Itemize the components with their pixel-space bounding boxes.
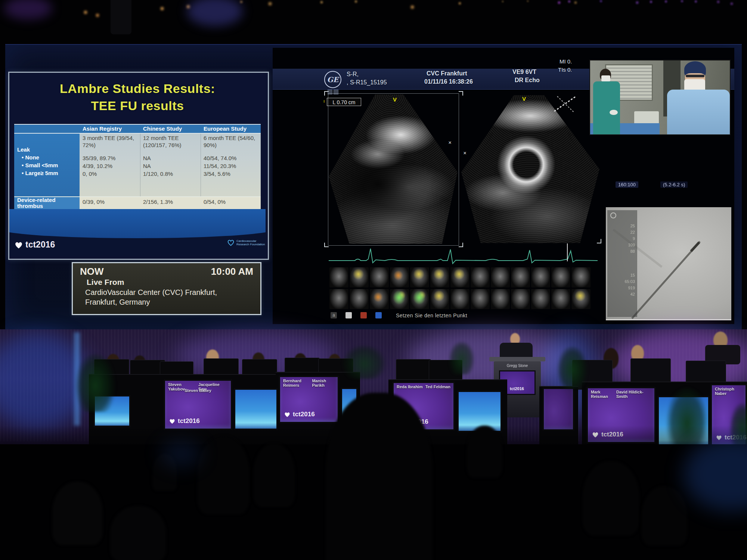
slide-title-line2: TEE FU results (11, 99, 264, 113)
cell-timing-chinese: 12 month TEE (120/157, 76%) (143, 134, 198, 149)
echo-thumbnail (450, 289, 469, 309)
fluoro-reading: 15 (624, 272, 635, 279)
cell-timing-european: 6 month TEE (54/60, 90%) (204, 134, 259, 149)
echo-probe: VE9 6VT (512, 69, 536, 75)
panelist-name: Reda Ibrahim (397, 385, 423, 389)
echo-thumbnail (450, 267, 469, 287)
echo-thumbnail (390, 267, 409, 287)
tct-heart-icon (169, 418, 176, 424)
audience-head-silhouette (253, 444, 295, 507)
tct-logo-text: tct2016 (178, 417, 200, 425)
surgeon1-scrubs (593, 81, 620, 134)
fluoro-readings-top: 2522910988 (628, 223, 635, 255)
now-label: NOW (80, 266, 104, 277)
audience-head-silhouette (467, 426, 502, 478)
echo-thumbnail (471, 267, 490, 287)
cell-small-european: 11/54, 20.3% (204, 162, 236, 169)
row-label-leak: Leak (17, 146, 30, 153)
echo-thumbnail (430, 267, 449, 287)
echo-thumbnail (511, 289, 530, 309)
desk-screen-names: Bernhard Reimers Manish Parikh tct2016 (279, 376, 339, 423)
corner-bracket (324, 243, 329, 247)
corner-bracket (324, 91, 329, 96)
col-header-asian: Asian Registry (83, 125, 122, 132)
fluoro-reading: 919 (624, 285, 635, 291)
cell-small-asian: 4/39, 10.2% (83, 162, 112, 169)
echo-thumbnail (390, 289, 409, 309)
col-header-chinese: Chinese Study (143, 125, 182, 132)
tct-heart-icon (284, 411, 291, 417)
corner-bracket (597, 239, 601, 243)
echo-thumbnail (370, 267, 389, 287)
fluoro-reading: 109 (628, 242, 635, 248)
cell-thrombus-asian: 0/39, 0% (83, 198, 105, 205)
crf-logo-text: Cardiovascular Research Foundation (236, 239, 265, 246)
row-label-thrombus-1: Device-related (17, 197, 56, 203)
echo-thumbnail (531, 267, 550, 287)
ge-logo: GE (324, 71, 341, 88)
row-label-small: Small <5mm (22, 162, 58, 168)
fluoro-reading: 25 (628, 223, 635, 229)
tee-probe-icon (552, 93, 579, 115)
nameplate-row: Mark Reisman David Hildick-Smith (588, 388, 654, 400)
panelist-name: Steven Bailey (165, 388, 231, 393)
panelist-name: Christoph Naber (715, 387, 743, 396)
audience-head-silhouette (110, 506, 166, 560)
tct-logo-text: tct2016 (25, 240, 55, 250)
fluoro-reading: 88 (628, 248, 635, 255)
tct2016-logo: tct2016 (284, 411, 315, 418)
desk-screen-blue (234, 388, 278, 430)
v-marker-right: V (522, 96, 526, 102)
status-icon-red (360, 312, 367, 318)
now-time: 10:00 AM (211, 266, 253, 277)
echo-datetime: 01/11/16 16:38:26 (424, 78, 473, 85)
caliper-mark: ✕ (463, 151, 467, 156)
echo-thumbnail (511, 267, 530, 287)
echo-thumbnail (410, 267, 429, 287)
cell-large-european: 3/54, 5.6% (204, 170, 230, 177)
plant (557, 346, 588, 388)
nameplate-row: Christoph Naber (712, 385, 746, 397)
nameplate-row: Bernhard Reimers Manish Parikh (280, 377, 338, 389)
desk-screen-purple (542, 388, 574, 431)
audience-head-silhouette (326, 393, 433, 560)
floor-glow (161, 441, 202, 467)
podium-top (489, 357, 545, 361)
echo-thumbnail (350, 267, 369, 287)
tct2016-logo: tct2016 (14, 240, 55, 250)
crf-line2: Research Foundation (236, 243, 265, 246)
tct-logo-text: tct2016 (510, 386, 524, 391)
measure-tick: ı (323, 99, 325, 104)
desk-screen-names: Steven Yakubov Jacqueline Saw Steven Bai… (164, 379, 232, 430)
audience-head-silhouette (642, 486, 687, 546)
ceiling-truss-silhouette (111, 0, 131, 34)
status-icon-blue (375, 312, 382, 318)
status-icon-a: a (331, 312, 337, 318)
echo-tis-value: TIs 0. (558, 66, 572, 73)
cell-none-european: 40/54, 74.0% (204, 155, 236, 162)
echo-thumbnail-row (329, 289, 593, 309)
cell-large-chinese: 1/120, 0.8% (143, 170, 173, 177)
row-label-large: Large≥ 5mm (22, 170, 58, 176)
fluoro-readings-bottom: 1565:0391942 (624, 272, 635, 298)
echo-thumbnail (551, 267, 570, 287)
status-icon-shirt (345, 312, 352, 318)
echo-thumbnail (531, 289, 550, 309)
fluoroscopy-panel: 2522910988 1565:0391942 (606, 207, 731, 320)
row-label-none: None (22, 154, 39, 161)
gain-readout: 160:100 (616, 181, 638, 188)
echo-thumbnail (410, 289, 429, 309)
fluoro-panel-icon (610, 212, 616, 218)
roi-rectangle (328, 93, 459, 246)
surgeon2-gown (667, 90, 730, 134)
podium-nameplate: Gregg Stone (494, 364, 541, 368)
ecg-cursor (567, 243, 568, 261)
interval-readout: (5.2-6.2 s) (660, 181, 688, 188)
panelist-name: Manish Parikh (312, 379, 335, 388)
echo-site: CVC Frankfurt (427, 70, 467, 77)
cell-none-chinese: NA (143, 155, 151, 162)
cell-timing-asian: 3 month TEE (39/54, 72%) (83, 134, 138, 149)
echo-mi-value: MI 0. (560, 58, 572, 65)
surgeon1-glove (610, 110, 618, 115)
venue-line2: Frankfurt, Germany (85, 298, 150, 307)
